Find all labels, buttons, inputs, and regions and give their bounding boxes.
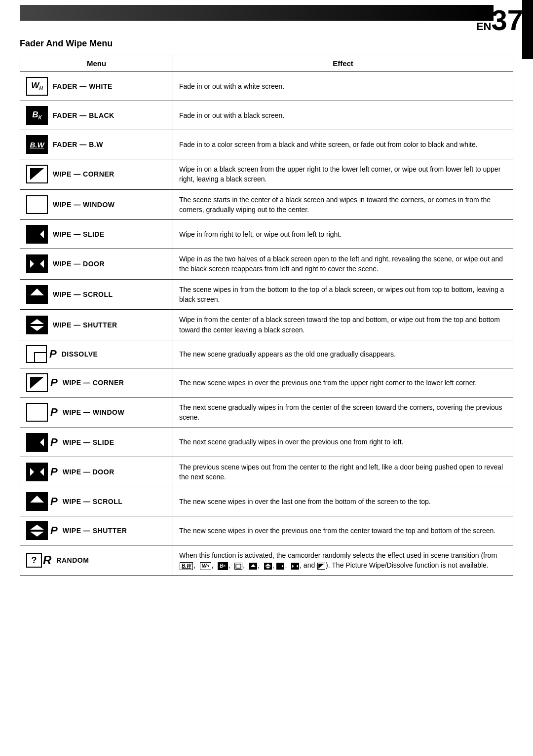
- wipe-corner-icon: [26, 165, 48, 183]
- effect-cell: The new scene wipes in over the previous…: [173, 368, 513, 397]
- svg-marker-9: [30, 468, 34, 476]
- p-dissolve-label: DISSOLVE: [62, 350, 98, 358]
- wipe-door-icon: [26, 254, 48, 273]
- effect-cell: The scene wipes in from the bottom to th…: [173, 279, 513, 310]
- table-row: B.W FADER — B.W Fade in to a color scree…: [20, 130, 513, 159]
- inline-window-icon: [234, 563, 242, 570]
- effect-cell: Wipe in from the center of a black scree…: [173, 310, 513, 340]
- menu-cell: P WIPE — SHUTTER: [20, 516, 173, 545]
- menu-cell: P WIPE — CORNER: [20, 368, 173, 397]
- inline-wh-icon: WH: [200, 562, 211, 570]
- p-wipe-corner-label: WIPE — CORNER: [63, 379, 124, 387]
- wipe-window-icon: [26, 195, 48, 214]
- wipe-shutter-icon: [26, 316, 48, 334]
- svg-marker-16: [265, 564, 271, 566]
- table-row: WH FADER — WHITE Fade in or out with a w…: [20, 72, 513, 101]
- effect-cell: When this function is activated, the cam…: [173, 545, 513, 576]
- table-row: P WIPE — SLIDE The next scene gradually …: [20, 428, 513, 457]
- menu-item-p-wipe-slide: P WIPE — SLIDE: [26, 433, 167, 452]
- menu-item-fader-white: WH FADER — WHITE: [26, 77, 167, 96]
- svg-marker-2: [30, 260, 34, 268]
- header-bar: [20, 5, 494, 21]
- inline-shutter-icon: [264, 563, 272, 570]
- wipe-scroll-label: WIPE — SCROLL: [53, 290, 113, 298]
- fader-black-icon: BK: [26, 106, 48, 125]
- menu-cell: P WIPE — WINDOW: [20, 397, 173, 428]
- table-row: WIPE — SCROLL The scene wipes in from th…: [20, 279, 513, 310]
- menu-item-p-wipe-shutter: P WIPE — SHUTTER: [26, 521, 167, 540]
- menu-item-wipe-door: WIPE — DOOR: [26, 254, 167, 273]
- random-icon: ? R: [26, 553, 51, 568]
- fader-bw-label: FADER — B.W: [53, 141, 103, 148]
- effect-cell: The previous scene wipes out from the ce…: [173, 457, 513, 487]
- inline-bw-icon: B.W: [180, 562, 193, 570]
- menu-item-fader-black: BK FADER — BLACK: [26, 106, 167, 125]
- menu-item-wipe-shutter: WIPE — SHUTTER: [26, 316, 167, 334]
- p-wipe-slide-label: WIPE — SLIDE: [63, 438, 114, 446]
- svg-marker-1: [40, 230, 44, 238]
- menu-cell: P WIPE — DOOR: [20, 457, 173, 487]
- menu-cell: WIPE — DOOR: [20, 249, 173, 280]
- fader-white-label: FADER — WHITE: [53, 82, 113, 90]
- effect-cell: Wipe in on a black screen from the upper…: [173, 159, 513, 190]
- svg-marker-5: [30, 319, 44, 324]
- fader-bw-icon: B.W: [26, 135, 48, 154]
- table-row: P WIPE — WINDOW The next scene gradually…: [20, 397, 513, 428]
- menu-cell: ? R RANDOM: [20, 545, 173, 576]
- effect-cell: Wipe in from right to left, or wipe out …: [173, 220, 513, 249]
- svg-marker-7: [30, 377, 44, 389]
- menu-item-p-dissolve: P DISSOLVE: [26, 345, 167, 363]
- right-black-bar: [522, 0, 533, 59]
- svg-marker-12: [30, 525, 44, 530]
- p-wipe-shutter-icon: [26, 521, 48, 540]
- menu-item-wipe-window: WIPE — WINDOW: [26, 195, 167, 214]
- svg-marker-8: [40, 438, 44, 446]
- wipe-shutter-label: WIPE — SHUTTER: [53, 321, 117, 329]
- svg-marker-15: [251, 564, 256, 567]
- p-wipe-scroll-label: WIPE — SCROLL: [63, 498, 123, 505]
- svg-marker-11: [30, 496, 44, 503]
- fader-white-icon: WH: [26, 77, 48, 96]
- fader-wipe-table: Menu Effect WH FADER — WHITE Fade in or …: [20, 55, 513, 576]
- table-row: P WIPE — SCROLL The new scene wipes in o…: [20, 487, 513, 516]
- menu-cell: WIPE — SLIDE: [20, 220, 173, 249]
- table-row: WIPE — CORNER Wipe in on a black screen …: [20, 159, 513, 190]
- menu-item-p-wipe-door: P WIPE — DOOR: [26, 463, 167, 481]
- menu-item-wipe-slide: WIPE — SLIDE: [26, 225, 167, 244]
- effect-cell: The scene starts in the center of a blac…: [173, 189, 513, 220]
- p-wipe-door-icon: [26, 463, 48, 481]
- table-row: P WIPE — SHUTTER The new scene wipes in …: [20, 516, 513, 545]
- effect-cell: The new scene gradually appears as the o…: [173, 340, 513, 368]
- menu-item-fader-bw: B.W FADER — B.W: [26, 135, 167, 154]
- page-number: 37: [491, 8, 523, 32]
- menu-cell: WIPE — CORNER: [20, 159, 173, 190]
- svg-marker-17: [265, 567, 271, 569]
- table-row: P WIPE — CORNER The new scene wipes in o…: [20, 368, 513, 397]
- effect-cell: Fade in or out with a white screen.: [173, 72, 513, 101]
- table-row: BK FADER — BLACK Fade in or out with a b…: [20, 101, 513, 130]
- p-wipe-corner-icon: [26, 373, 48, 392]
- effect-cell: Fade in or out with a black screen.: [173, 101, 513, 130]
- svg-marker-18: [282, 564, 283, 568]
- menu-item-p-wipe-scroll: P WIPE — SCROLL: [26, 492, 167, 511]
- fader-black-label: FADER — BLACK: [53, 111, 114, 119]
- wipe-scroll-icon: [26, 285, 48, 304]
- p-wipe-slide-icon: [26, 433, 48, 452]
- menu-cell: P WIPE — SCROLL: [20, 487, 173, 516]
- random-label: RANDOM: [56, 556, 89, 564]
- en-label: EN: [476, 21, 492, 32]
- table-row: ? R RANDOM When this function is activat…: [20, 545, 513, 576]
- table-row: WIPE — SLIDE Wipe in from right to left,…: [20, 220, 513, 249]
- p-wipe-window-label: WIPE — WINDOW: [63, 408, 125, 416]
- effect-cell: The next scene gradually wipes in over t…: [173, 428, 513, 457]
- p-wipe-scroll-icon: [26, 492, 48, 511]
- svg-marker-21: [318, 564, 324, 569]
- menu-item-p-wipe-corner: P WIPE — CORNER: [26, 373, 167, 392]
- menu-cell: WIPE — SHUTTER: [20, 310, 173, 340]
- effect-cell: Fade in to a color screen from a black a…: [173, 130, 513, 159]
- wipe-window-label: WIPE — WINDOW: [53, 201, 115, 209]
- page-number-area: EN 37: [476, 8, 523, 32]
- page-title: Fader And Wipe Menu: [20, 38, 513, 49]
- svg-marker-0: [30, 168, 44, 180]
- effect-cell: Wipe in as the two halves of a black scr…: [173, 249, 513, 280]
